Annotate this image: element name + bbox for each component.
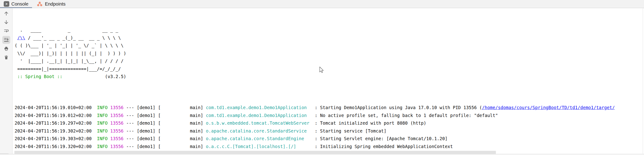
banner-line: :: Spring Boot :: (v3.2.5)	[15, 73, 642, 81]
banner-line: /\\ / ___'_ __ _ _(_)_ __ __ _ \ \ \ \	[15, 34, 642, 42]
log-context: --- [demo1] [ main]	[124, 121, 206, 126]
scroll-to-end-button[interactable]	[2, 36, 10, 44]
banner-line	[15, 81, 642, 89]
log-context: --- [demo1] [ main]	[124, 105, 206, 110]
tab-console-label: Console	[12, 1, 28, 7]
spring-boot-label: :: Spring Boot ::	[17, 74, 62, 79]
console-output: . ____ _ __ _ _ /\\ / ___'_ __ _ _(_)_ _…	[13, 8, 642, 151]
banner-line: ' |____| .__|_| |_|_| |_\__, | / / / /	[15, 57, 642, 65]
log-level: INFO	[92, 113, 108, 118]
log-timestamp: 2024-04-20T11:56:19.302+02:00	[15, 128, 92, 134]
spring-boot-banner: . ____ _ __ _ _ /\\ / ___'_ __ _ _(_)_ _…	[15, 26, 642, 88]
soft-wrap-button[interactable]	[2, 27, 10, 35]
log-message: : Starting Demo1Application using Java 1…	[312, 105, 482, 110]
vertical-scrollbar-track[interactable]	[642, 8, 644, 154]
tab-endpoints-label: Endpoints	[45, 1, 66, 7]
banner-line: ( ( )\___ | '_ | '_| | '_ \/ _` | \ \ \ …	[15, 42, 642, 50]
log-logger: com.td1.example.demo1.Demo1Application	[206, 105, 312, 110]
log-pid: 13556	[108, 105, 124, 110]
log-level: INFO	[92, 121, 108, 126]
log-level: INFO	[92, 128, 108, 134]
log-timestamp: 2024-04-20T11:56:19.320+02:00	[15, 144, 92, 149]
log-pid: 13556	[108, 144, 124, 149]
tool-window-tab-bar: > Console Endpoints	[0, 0, 644, 8]
tab-endpoints[interactable]: Endpoints	[33, 0, 69, 8]
log-line: 2024-04-20T11:56:19.320+02:00 INFO 13556…	[15, 143, 642, 151]
banner-line: . ____ _ __ _ _	[15, 26, 642, 34]
file-link[interactable]: /home/sdomas/cours/SpringBoot/TD/td1/dem…	[482, 105, 615, 110]
log-context: --- [demo1] [ main]	[124, 113, 206, 118]
banner-link[interactable]: /\\	[17, 35, 25, 40]
log-pid: 13556	[108, 121, 124, 126]
log-logger: o.s.b.w.embedded.tomcat.TomcatWebServer	[206, 121, 312, 126]
log-level: INFO	[92, 144, 108, 149]
log-level: INFO	[92, 105, 108, 110]
endpoints-graph-icon	[37, 1, 43, 7]
down-the-stack-trace-button[interactable]	[2, 18, 10, 26]
scroll-to-end-icon	[4, 37, 9, 43]
log-level: INFO	[92, 136, 108, 141]
log-message: : Initializing Spring embedded WebApplic…	[312, 144, 453, 149]
panel-bottom-edge	[0, 154, 644, 155]
log-message: : Tomcat initialized with port 8080 (htt…	[312, 121, 426, 126]
arrow-down-icon	[4, 19, 9, 25]
up-the-stack-trace-button[interactable]	[2, 9, 10, 17]
log-timestamp: 2024-04-20T11:56:19.303+02:00	[15, 136, 92, 141]
log-pid: 13556	[108, 136, 124, 141]
log-output: 2024-04-20T11:56:19.010+02:00 INFO 13556…	[15, 104, 642, 151]
banner-line: \\/ ___)| |_)| | | | | || (_| | ) ) ) )	[15, 50, 642, 57]
log-line: 2024-04-20T11:56:19.012+02:00 INFO 13556…	[15, 112, 642, 120]
log-logger: o.apache.catalina.core.StandardService	[206, 128, 312, 134]
log-pid: 13556	[108, 128, 124, 134]
log-context: --- [demo1] [ main]	[124, 136, 206, 141]
log-logger: com.td1.example.demo1.Demo1Application	[206, 113, 312, 118]
log-logger: o.a.c.c.C.[Tomcat].[localhost].[/]	[206, 144, 312, 149]
log-timestamp: 2024-04-20T11:56:19.297+02:00	[15, 121, 92, 126]
log-line: 2024-04-20T11:56:19.010+02:00 INFO 13556…	[15, 104, 642, 112]
arrow-up-icon	[4, 11, 9, 16]
horizontal-scrollbar-thumb[interactable]	[14, 151, 496, 154]
soft-wrap-icon	[4, 28, 9, 34]
log-line: 2024-04-20T11:56:19.297+02:00 INFO 13556…	[15, 119, 642, 127]
log-timestamp: 2024-04-20T11:56:19.012+02:00	[15, 113, 92, 118]
tab-console[interactable]: > Console	[0, 0, 32, 8]
log-timestamp: 2024-04-20T11:56:19.010+02:00	[15, 105, 92, 110]
log-message: : Starting service [Tomcat]	[312, 128, 386, 134]
banner-line: =========|_|==============|___/=/_/_/_/	[15, 65, 642, 73]
log-line: 2024-04-20T11:56:19.303+02:00 INFO 13556…	[15, 135, 642, 143]
log-message: : No active profile set, falling back to…	[312, 113, 498, 118]
console-toolbar	[0, 8, 12, 154]
terminal-icon: >	[4, 1, 9, 7]
print-icon	[4, 46, 9, 51]
log-logger: o.apache.catalina.core.StandardEngine	[206, 136, 312, 141]
clear-all-button[interactable]	[2, 53, 10, 61]
log-context: --- [demo1] [ main]	[124, 144, 206, 149]
print-button[interactable]	[2, 45, 10, 53]
log-line: 2024-04-20T11:56:19.302+02:00 INFO 13556…	[15, 127, 642, 135]
log-message: : Starting Servlet engine: [Apache Tomca…	[312, 136, 447, 141]
log-context: --- [demo1] [ main]	[124, 128, 206, 134]
trash-icon	[4, 55, 9, 60]
ide-run-tool-window: > Console Endpoints	[0, 0, 644, 155]
log-pid: 13556	[108, 113, 124, 118]
